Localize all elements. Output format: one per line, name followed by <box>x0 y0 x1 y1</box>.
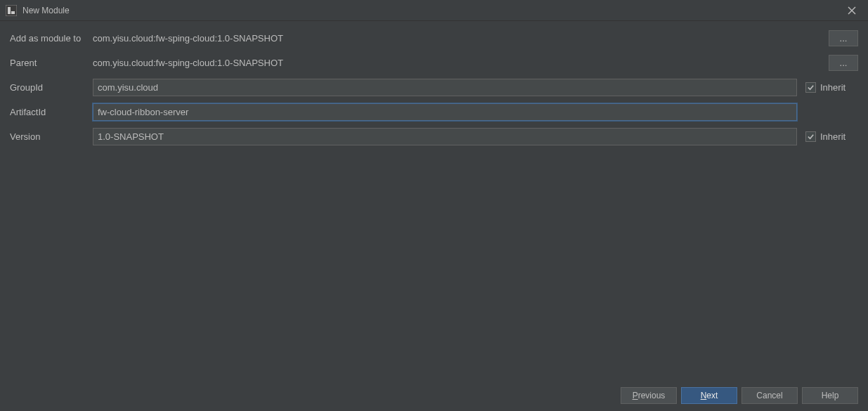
row-add-as-module: Add as module to com.yisu.cloud:fw-sping… <box>10 30 858 47</box>
value-parent: com.yisu.cloud:fw-sping-cloud:1.0-SNAPSH… <box>93 58 798 68</box>
inherit-groupid-wrap: Inherit <box>805 82 856 93</box>
row-parent: Parent com.yisu.cloud:fw-sping-cloud:1.0… <box>10 54 858 72</box>
close-icon <box>848 6 856 15</box>
groupid-input[interactable] <box>93 79 797 96</box>
inherit-version-wrap: Inherit <box>805 131 856 142</box>
check-icon <box>807 133 815 141</box>
inherit-groupid-checkbox[interactable] <box>805 82 816 93</box>
cancel-button[interactable]: Cancel <box>741 387 798 404</box>
value-add-as-module: com.yisu.cloud:fw-sping-cloud:1.0-SNAPSH… <box>93 33 798 44</box>
inherit-version-label: Inherit <box>820 131 846 142</box>
previous-button[interactable]: Previous <box>621 387 677 404</box>
label-artifactid: ArtifactId <box>10 107 93 117</box>
row-version: Version Inherit <box>10 128 858 145</box>
row-groupid: GroupId Inherit <box>10 79 858 96</box>
inherit-version-checkbox[interactable] <box>805 131 816 142</box>
label-parent: Parent <box>10 58 93 68</box>
window-title: New Module <box>22 6 70 15</box>
svg-rect-2 <box>11 11 15 14</box>
title-bar: New Module <box>0 0 868 21</box>
close-button[interactable] <box>841 0 862 21</box>
app-icon <box>6 5 17 16</box>
inherit-groupid-label: Inherit <box>820 82 846 93</box>
browse-parent-button[interactable]: ... <box>829 55 858 71</box>
artifactid-input[interactable] <box>93 103 797 121</box>
label-version: Version <box>10 131 93 142</box>
label-groupid: GroupId <box>10 82 93 93</box>
form-content: Add as module to com.yisu.cloud:fw-sping… <box>0 21 868 161</box>
browse-add-as-module-button[interactable]: ... <box>829 30 858 46</box>
footer-buttons: Previous Next Cancel Help <box>621 387 858 404</box>
version-input[interactable] <box>93 128 797 145</box>
check-icon <box>807 84 815 91</box>
help-button[interactable]: Help <box>802 387 858 404</box>
label-add-as-module: Add as module to <box>10 33 93 44</box>
svg-rect-0 <box>6 5 17 16</box>
svg-rect-1 <box>8 7 11 14</box>
row-artifactid: ArtifactId <box>10 103 858 121</box>
next-button[interactable]: Next <box>681 387 737 404</box>
